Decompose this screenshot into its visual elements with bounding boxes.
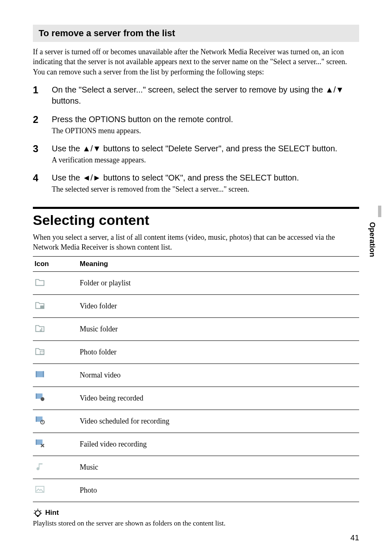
table-row: Failed video recording <box>33 433 359 456</box>
meaning-cell: Folder or playlist <box>78 272 359 295</box>
table-row: Video being recorded <box>33 387 359 410</box>
step-sub-text: A verification message appears. <box>52 155 359 165</box>
page-number: 41 <box>350 533 359 542</box>
intro-paragraph: If a server is turned off or becomes una… <box>33 47 359 77</box>
heading-intro: When you select a server, a list of all … <box>33 232 359 252</box>
icon-meaning-table: Icon Meaning Folder or playlist Video fo… <box>33 256 359 502</box>
step-number: 3 <box>33 143 52 155</box>
left-right-arrows-icon: ◄/► <box>82 173 101 182</box>
table-row: Normal video <box>33 364 359 387</box>
side-tab-marker <box>378 206 381 217</box>
table-row: Folder or playlist <box>33 272 359 295</box>
step-main-text: Use the ▲/▼ buttons to select "Delete Se… <box>52 143 359 154</box>
meaning-cell: Video scheduled for recording <box>78 410 359 433</box>
section-divider <box>33 207 359 209</box>
table-row: Music folder <box>33 318 359 341</box>
table-row: Photo <box>33 479 359 502</box>
up-down-arrows-icon: ▲/▼ <box>82 144 101 153</box>
meaning-cell: Music folder <box>78 318 359 341</box>
table-row: Photo folder <box>33 341 359 364</box>
hint-body: Playlists stored on the server are shown… <box>33 519 359 528</box>
video-failed-icon <box>35 439 45 448</box>
photo-icon <box>35 485 45 494</box>
page-heading: Selecting content <box>33 212 359 228</box>
hint-heading: Hint <box>33 508 359 518</box>
section-heading-bar: To remove a server from the list <box>33 25 359 42</box>
normal-video-icon <box>35 370 45 379</box>
music-icon <box>35 462 45 471</box>
video-folder-icon <box>35 301 45 310</box>
meaning-cell: Photo <box>78 479 359 502</box>
step-sub-text: The OPTIONS menu appears. <box>52 126 359 136</box>
step-main-text: Use the ◄/► buttons to select "OK", and … <box>52 172 359 183</box>
table-row: Video folder <box>33 295 359 318</box>
meaning-cell: Failed video recording <box>78 433 359 456</box>
video-scheduled-icon <box>35 416 45 425</box>
step-number: 4 <box>33 172 52 184</box>
col-header-meaning: Meaning <box>78 257 359 272</box>
step-main-text: Press the OPTIONS button on the remote c… <box>52 114 359 125</box>
table-row: Music <box>33 456 359 479</box>
hint-bulb-icon <box>33 508 43 518</box>
folder-icon <box>35 278 45 287</box>
step-main-text: On the "Select a server..." screen, sele… <box>52 84 359 107</box>
up-down-arrows-icon: ▲/▼ <box>325 85 344 94</box>
side-tab-label: Operation <box>368 222 376 257</box>
table-row: Video scheduled for recording <box>33 410 359 433</box>
step-number: 1 <box>33 84 52 96</box>
step-2: 2 Press the OPTIONS button on the remote… <box>33 114 359 136</box>
meaning-cell: Normal video <box>78 364 359 387</box>
step-number: 2 <box>33 114 52 126</box>
meaning-cell: Video being recorded <box>78 387 359 410</box>
meaning-cell: Music <box>78 456 359 479</box>
step-1: 1 On the "Select a server..." screen, se… <box>33 84 359 107</box>
steps-list: 1 On the "Select a server..." screen, se… <box>33 84 359 194</box>
video-recording-icon <box>35 393 45 402</box>
photo-folder-icon <box>35 347 45 356</box>
meaning-cell: Video folder <box>78 295 359 318</box>
step-3: 3 Use the ▲/▼ buttons to select "Delete … <box>33 143 359 165</box>
music-folder-icon <box>35 324 45 333</box>
hint-label: Hint <box>45 509 59 517</box>
step-4: 4 Use the ◄/► buttons to select "OK", an… <box>33 172 359 194</box>
meaning-cell: Photo folder <box>78 341 359 364</box>
step-sub-text: The selected server is removed from the … <box>52 184 359 194</box>
col-header-icon: Icon <box>33 257 78 272</box>
